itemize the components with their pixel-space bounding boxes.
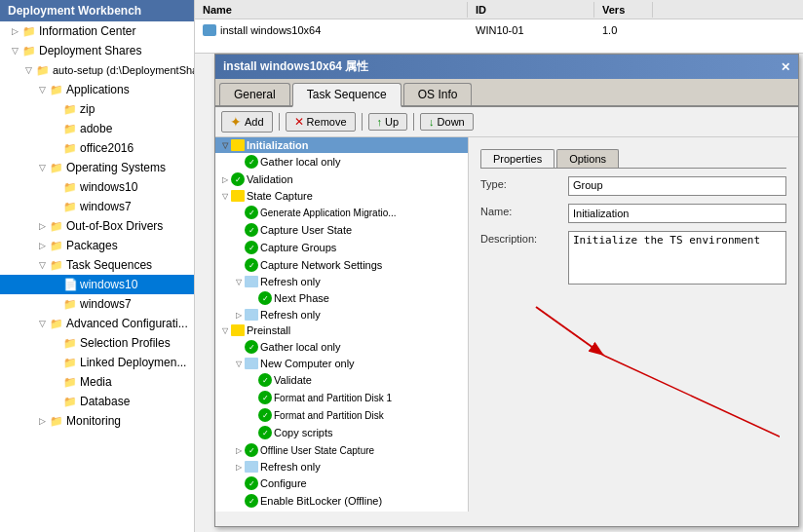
sidebar-item-oob-drivers[interactable]: ▷ Out-of-Box Drivers	[0, 216, 194, 236]
ts-item-offline-user-state[interactable]: ▷ ✓ Offline User State Capture	[215, 441, 468, 459]
sidebar-item-applications[interactable]: ▽ Applications	[0, 80, 194, 99]
ts-expand-icon: ▽	[219, 139, 231, 151]
sidebar-item-advanced-config[interactable]: ▽ Advanced Configurati...	[0, 314, 194, 333]
expand-icon	[49, 278, 62, 291]
ts-expand-icon	[233, 259, 245, 271]
properties-panel: Properties Options Type: Group Name: Des…	[469, 137, 798, 512]
folder-icon	[62, 335, 78, 351]
sidebar-item-office2016[interactable]: office2016	[0, 138, 194, 158]
ts-item-label: Validation	[247, 173, 293, 185]
ts-item-refresh-only-2[interactable]: ▷ Refresh only	[215, 307, 468, 323]
ts-item-inject-drivers[interactable]: ✓ Inject Drivers	[215, 510, 468, 512]
ts-check-icon: ✓	[258, 373, 272, 387]
sidebar-item-monitoring[interactable]: ▷ Monitoring	[0, 411, 194, 431]
ts-item-refresh-only-3[interactable]: ▷ Refresh only	[215, 459, 468, 475]
expand-icon: ▽	[35, 83, 49, 96]
folder-icon	[49, 316, 64, 331]
ts-check-icon: ✓	[245, 494, 258, 508]
folder-icon	[49, 160, 64, 175]
ts-item-gather-local[interactable]: ✓ Gather local only	[215, 153, 468, 171]
ts-item-capture-groups[interactable]: ✓ Capture Groups	[215, 239, 468, 256]
sidebar-item-label: Task Sequences	[66, 258, 152, 272]
sidebar-item-linked-deployment[interactable]: Linked Deploymen...	[0, 353, 194, 372]
sidebar-item-label: adobe	[80, 122, 112, 135]
ts-item-capture-user-state[interactable]: ✓ Capture User State	[215, 221, 468, 239]
ts-item-state-capture[interactable]: ▽ State Capture	[215, 188, 468, 204]
separator3	[413, 113, 414, 131]
folder-icon	[62, 199, 78, 214]
sidebar-item-label: windows7	[80, 297, 132, 311]
ts-item-format-partition-2[interactable]: ✓ Format and Partition Disk	[215, 406, 468, 424]
ts-item-label: Refresh only	[260, 276, 321, 287]
sidebar-item-windows7-os[interactable]: windows7	[0, 197, 194, 216]
table-row[interactable]: install windows10x64 WIN10-01 1.0	[195, 19, 803, 41]
tab-task-sequence[interactable]: Task Sequence	[292, 83, 402, 107]
sidebar-item-windows10-os[interactable]: windows10	[0, 177, 194, 197]
down-button[interactable]: ↓ Down	[420, 113, 474, 131]
col-header-id: ID	[468, 2, 594, 18]
ts-item-label: Gather local only	[260, 341, 341, 353]
close-icon[interactable]: ✕	[781, 60, 790, 74]
ts-item-copy-scripts[interactable]: ✓ Copy scripts	[215, 424, 468, 441]
folder-icon	[49, 218, 64, 234]
sidebar-item-information-center[interactable]: ▷ Information Center	[0, 21, 194, 41]
folder-icon	[49, 238, 64, 253]
ts-item-gather-local-2[interactable]: ✓ Gather local only	[215, 338, 468, 356]
ts-item-configure[interactable]: ✓ Configure	[215, 475, 468, 492]
sidebar-item-selection-profiles[interactable]: Selection Profiles	[0, 333, 194, 353]
sidebar-item-auto-setup[interactable]: ▽ auto-setup (d:\DeploymentShare)	[0, 60, 194, 80]
sidebar-item-packages[interactable]: ▷ Packages	[0, 236, 194, 255]
remove-icon: ✕	[294, 115, 304, 129]
prop-name-label: Name:	[480, 204, 568, 217]
sidebar-item-operating-systems[interactable]: ▽ Operating Systems	[0, 158, 194, 177]
ts-item-format-partition-1[interactable]: ✓ Format and Partition Disk 1	[215, 389, 468, 406]
ts-item-initialization[interactable]: ▽ Initialization	[215, 137, 468, 153]
ts-item-preinstall[interactable]: ▽ Preinstall	[215, 323, 468, 338]
ts-item-gen-app-migration[interactable]: ✓ Generate Application Migratio...	[215, 204, 468, 221]
sidebar-item-windows10-ts[interactable]: 📄 windows10	[0, 275, 194, 294]
ts-item-new-computer-only[interactable]: ▽ New Computer only	[215, 356, 468, 371]
prop-row-type: Type: Group	[480, 176, 786, 196]
sidebar-item-adobe[interactable]: adobe	[0, 119, 194, 138]
tab-os-info[interactable]: OS Info	[403, 83, 473, 105]
folder-icon: 📄	[62, 277, 78, 292]
down-icon: ↓	[429, 116, 435, 128]
separator2	[362, 113, 363, 131]
prop-description-textarea[interactable]	[568, 231, 786, 285]
prop-tabs: Properties Options	[480, 149, 786, 169]
remove-button[interactable]: ✕ Remove	[286, 112, 356, 132]
ts-folder-icon	[231, 324, 245, 336]
sidebar-item-label: Operating Systems	[66, 161, 166, 174]
expand-icon: ▽	[35, 161, 49, 174]
folder-icon	[62, 140, 78, 156]
ts-check-icon: ✓	[245, 443, 258, 457]
up-button[interactable]: ↑ Up	[368, 113, 408, 131]
tab-general[interactable]: General	[219, 83, 290, 105]
sidebar-item-deployment-shares[interactable]: ▽ Deployment Shares	[0, 41, 194, 60]
ts-item-refresh-only-1[interactable]: ▽ Refresh only	[215, 274, 468, 289]
sidebar-item-database[interactable]: Database	[0, 392, 194, 411]
expand-icon: ▷	[35, 414, 49, 428]
sidebar-item-media[interactable]: Media	[0, 372, 194, 392]
ts-expand-icon	[233, 242, 245, 253]
sidebar-item-task-sequences[interactable]: ▽ Task Sequences	[0, 255, 194, 275]
folder-icon	[49, 413, 64, 429]
prop-name-input[interactable]	[568, 204, 786, 223]
sidebar-item-label: Information Center	[39, 24, 135, 38]
ts-item-next-phase-1[interactable]: ✓ Next Phase	[215, 289, 468, 307]
ts-item-enable-bitlocker[interactable]: ✓ Enable BitLocker (Offline)	[215, 492, 468, 510]
add-button[interactable]: ✦ Add	[221, 111, 273, 133]
ts-item-validation[interactable]: ▷ ✓ Validation	[215, 171, 468, 188]
ts-check-icon: ✓	[258, 391, 272, 404]
expand-icon	[49, 375, 62, 389]
prop-tab-properties[interactable]: Properties	[480, 149, 554, 168]
prop-type-label: Type:	[480, 176, 568, 190]
sidebar-item-windows7-ts[interactable]: windows7	[0, 294, 194, 314]
ts-item-capture-network[interactable]: ✓ Capture Network Settings	[215, 256, 468, 274]
sidebar-item-zip[interactable]: zip	[0, 99, 194, 119]
ts-item-validate[interactable]: ✓ Validate	[215, 371, 468, 389]
prop-tab-options[interactable]: Options	[556, 149, 619, 168]
folder-icon	[62, 394, 78, 409]
ts-check-icon: ✓	[245, 223, 258, 237]
sidebar-item-label: auto-setup (d:\DeploymentShare)	[53, 64, 195, 76]
